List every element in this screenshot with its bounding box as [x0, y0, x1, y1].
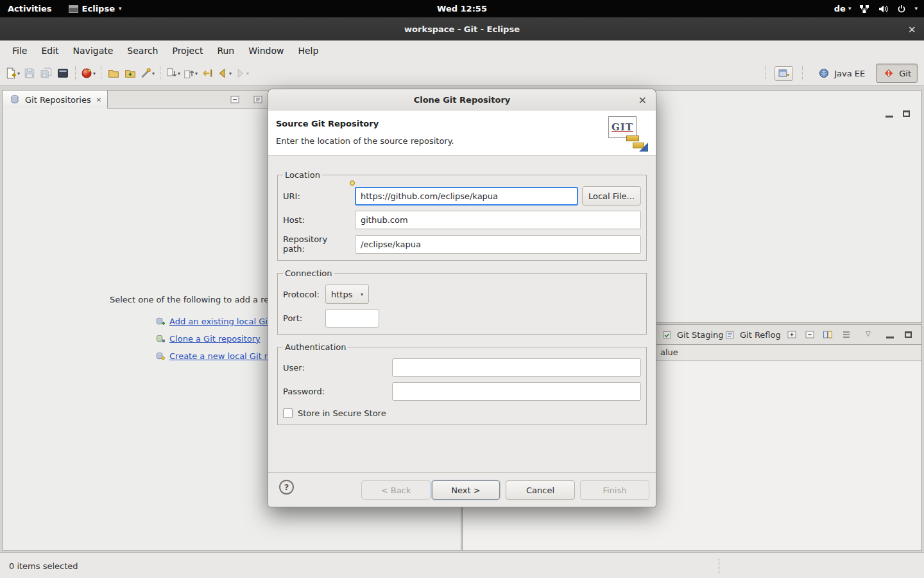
tab-close-icon[interactable]: ✕ [96, 96, 101, 103]
collapse-all-icon[interactable] [228, 93, 241, 106]
menu-project[interactable]: Project [165, 43, 210, 58]
compare-mode-icon[interactable] [821, 328, 834, 341]
link-clone-repository-label: Clone a Git repository [169, 334, 261, 344]
menu-run[interactable]: Run [210, 43, 241, 58]
repository-add-icon [153, 315, 166, 328]
repositories-prompt: Select one of the following to add a re [110, 295, 269, 304]
eclipse-chrome: File Edit Navigate Search Project Run Wi… [0, 40, 924, 86]
link-add-existing-repository[interactable]: Add an existing local Git [153, 315, 271, 328]
window-titlebar[interactable]: workspace - Git - Eclipse × [0, 17, 924, 40]
location-legend: Location [283, 170, 322, 180]
git-logo-text: GIT [612, 121, 633, 133]
link-create-repository-label: Create a new local Git re [169, 351, 273, 361]
chevron-down-icon: ▾ [152, 71, 155, 76]
last-edit-location-button[interactable] [199, 65, 216, 82]
back-button[interactable]: ▾ [216, 65, 233, 82]
menu-window[interactable]: Window [241, 43, 291, 58]
perspective-git-label: Git [899, 69, 911, 78]
minimize-icon[interactable] [884, 331, 896, 344]
activities-button[interactable]: Activities [8, 4, 52, 13]
port-input[interactable] [325, 309, 379, 328]
previous-annotation-button[interactable]: ▾ [182, 65, 199, 82]
secure-store-option[interactable]: Store in Secure Store [283, 408, 641, 418]
next-button[interactable]: Next > [432, 480, 500, 500]
menu-search[interactable]: Search [120, 43, 165, 58]
dialog-close-icon[interactable]: × [638, 89, 647, 110]
finish-button[interactable]: Finish [580, 480, 649, 500]
protocol-label: Protocol: [283, 290, 321, 299]
chevron-down-icon: ▾ [119, 6, 122, 12]
next-annotation-button[interactable]: ▾ [164, 65, 182, 82]
protocol-value: https [331, 290, 352, 299]
chevron-down-icon: ▾ [17, 71, 20, 76]
perspective-java-ee-button[interactable]: Java EE [812, 64, 871, 82]
tab-git-reflog-label: Git Reflog [740, 330, 781, 340]
local-file-button[interactable]: Local File... [582, 186, 641, 206]
new-wizard-button[interactable]: ▾ [4, 65, 21, 82]
app-menu-button[interactable]: Eclipse ▾ [69, 4, 122, 13]
port-label: Port: [283, 313, 321, 323]
tab-git-reflog[interactable]: Git Reflog [718, 326, 786, 344]
open-perspective-button[interactable] [774, 66, 793, 81]
git-wizard-icon: GIT [608, 115, 648, 152]
collapse-all-icon[interactable] [803, 328, 816, 341]
open-console-button[interactable] [55, 65, 71, 82]
presentation-icon[interactable] [840, 328, 853, 341]
link-with-editor-icon[interactable] [252, 93, 264, 106]
window-close-icon[interactable]: × [908, 17, 916, 40]
menu-file[interactable]: File [5, 43, 34, 58]
expand-all-icon[interactable] [785, 328, 798, 341]
minimize-icon[interactable] [883, 110, 896, 123]
cancel-button[interactable]: Cancel [506, 480, 575, 500]
dialog-title: Clone Git Repository [414, 95, 511, 105]
window-title: workspace - Git - Eclipse [0, 17, 924, 40]
back-button-dialog[interactable]: < Back [361, 480, 431, 500]
save-all-button[interactable] [38, 65, 55, 82]
menu-navigate[interactable]: Navigate [66, 43, 121, 58]
host-input[interactable] [355, 211, 641, 229]
value-column-header[interactable]: alue [660, 347, 678, 357]
user-input[interactable] [392, 358, 641, 377]
tab-git-repositories-label: Git Repositories [25, 95, 91, 105]
maximize-icon[interactable] [900, 107, 912, 120]
menu-help[interactable]: Help [291, 43, 325, 58]
menu-edit[interactable]: Edit [34, 43, 65, 58]
view-menu-icon[interactable]: ▽ [866, 330, 871, 337]
system-status-area[interactable]: de ▾ ▾ [834, 4, 918, 13]
dialog-titlebar[interactable]: Clone Git Repository × [268, 89, 656, 110]
external-tools-button[interactable]: ▾ [139, 65, 156, 82]
uri-input[interactable] [355, 187, 578, 206]
volume-icon [878, 4, 889, 13]
tab-git-repositories[interactable]: Git Repositories ✕ [3, 91, 108, 109]
password-input[interactable] [392, 382, 641, 401]
repository-path-input[interactable] [355, 235, 641, 254]
keyboard-layout-indicator[interactable]: de ▾ [834, 4, 851, 13]
chevron-down-icon: ▾ [178, 71, 180, 76]
link-create-repository[interactable]: Create a new local Git re [153, 349, 273, 362]
forward-button[interactable]: ▾ [233, 65, 250, 82]
repository-path-label: Repository path: [283, 234, 351, 254]
chevron-down-icon: ▾ [914, 6, 918, 12]
perspective-bar: Java EE Git [761, 60, 918, 86]
toolbar-separator [765, 66, 766, 80]
chevron-down-icon: ▾ [848, 6, 851, 12]
keyboard-layout-label: de [834, 4, 846, 13]
maximize-icon[interactable] [902, 328, 914, 341]
clone-git-repository-dialog: Clone Git Repository × Source Git Reposi… [268, 89, 656, 507]
import-button[interactable] [122, 65, 139, 82]
open-folder-button[interactable] [105, 65, 122, 82]
help-button[interactable]: ? [279, 480, 294, 495]
run-button[interactable]: ▾ [80, 65, 97, 82]
tab-git-staging-label: Git Staging [677, 330, 724, 340]
toolbar-separator [160, 66, 160, 80]
clock[interactable]: Wed 12:55 [437, 4, 487, 13]
link-clone-repository[interactable]: Clone a Git repository [153, 332, 261, 345]
statusbar-separator [719, 559, 719, 573]
protocol-dropdown[interactable]: https ▾ [325, 285, 369, 304]
connection-legend: Connection [283, 268, 334, 278]
secure-store-checkbox[interactable] [283, 408, 293, 418]
save-button[interactable] [21, 65, 38, 82]
selection-status: 0 items selected [9, 553, 78, 578]
perspective-git-button[interactable]: Git [876, 64, 918, 83]
power-icon [897, 4, 906, 13]
